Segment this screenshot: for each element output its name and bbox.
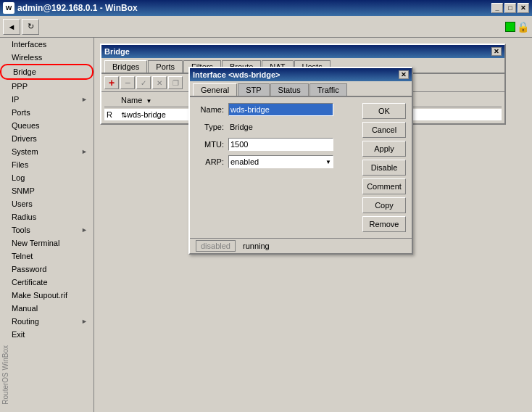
routing-arrow: ► (81, 318, 88, 325)
sidebar-item-files[interactable]: Files (0, 158, 93, 171)
copy-bridge-button[interactable]: ❐ (168, 76, 183, 89)
sidebar-item-ports[interactable]: Ports (0, 106, 93, 119)
title-bar: W admin@192.168.0.1 - WinBox _ □ ✕ (0, 0, 532, 16)
main-toolbar: ◄ ↻ 🔒 (0, 16, 532, 38)
title-bar-left: W admin@192.168.0.1 - WinBox (3, 2, 138, 14)
cross-button[interactable]: ✕ (152, 76, 167, 89)
row-flag: R (104, 110, 119, 120)
dialog-body: Name: Type: Bridge MTU: ARP (190, 97, 412, 238)
minimize-button[interactable]: _ (491, 3, 503, 13)
title-bar-buttons: _ □ ✕ (491, 3, 529, 13)
status-disabled: disabled (196, 240, 236, 252)
add-bridge-button[interactable]: + (104, 76, 119, 89)
refresh-button[interactable]: ↻ (22, 19, 39, 35)
arp-row: ARP: enabled ▼ (196, 155, 357, 168)
arp-value: enabled (230, 157, 259, 166)
sidebar-item-log[interactable]: Log (0, 171, 93, 184)
dialog-tab-general[interactable]: General (193, 83, 237, 96)
sidebar-item-drivers[interactable]: Drivers (0, 132, 93, 145)
copy-button[interactable]: Copy (362, 197, 406, 213)
check-button[interactable]: ✓ (136, 76, 151, 89)
dialog-tab-status[interactable]: Status (270, 83, 309, 96)
apply-button[interactable]: Apply (362, 141, 406, 157)
remove-bridge-button[interactable]: − (120, 76, 135, 89)
disable-button[interactable]: Disable (362, 160, 406, 176)
sidebar-label: RouterOS WinBox (1, 345, 9, 405)
type-row: Type: Bridge (196, 120, 357, 133)
sidebar-item-wireless[interactable]: Wireless (0, 51, 93, 64)
sidebar-item-make-supout[interactable]: Make Supout.rif (0, 289, 93, 302)
close-button[interactable]: ✕ (518, 3, 529, 13)
tab-ports[interactable]: Ports (148, 60, 183, 73)
mtu-row: MTU: (196, 138, 357, 151)
sidebar-item-telnet[interactable]: Telnet (0, 250, 93, 263)
comment-button[interactable]: Comment (362, 178, 406, 194)
bridge-window-close-button[interactable]: ✕ (491, 47, 502, 56)
sidebar-item-exit[interactable]: Exit (0, 328, 93, 341)
sidebar-item-certificate[interactable]: Certificate (0, 276, 93, 289)
sidebar-item-ppp[interactable]: PPP (0, 80, 93, 93)
sidebar-item-users[interactable]: Users (0, 197, 93, 210)
interface-icon: ⇅ (121, 111, 127, 119)
ok-button[interactable]: OK (362, 103, 406, 119)
sidebar-item-manual[interactable]: Manual (0, 302, 93, 315)
mtu-label: MTU: (196, 140, 228, 149)
content-area: Bridge ✕ Bridges Ports Filters Broute N (94, 38, 532, 412)
tab-bridges[interactable]: Bridges (104, 60, 147, 73)
mtu-input[interactable] (228, 138, 333, 151)
bridge-window-titlebar: Bridge ✕ (101, 45, 504, 58)
app-icon: W (3, 2, 14, 14)
dialog-tab-stp[interactable]: STP (238, 83, 269, 96)
sidebar: RouterOS WinBox Interfaces Wireless Brid… (0, 38, 94, 412)
sidebar-item-system[interactable]: System ► (0, 145, 93, 158)
system-arrow: ► (81, 148, 88, 155)
dialog-title: Interface <wds-bridge> (193, 70, 280, 79)
name-input[interactable] (228, 103, 333, 116)
sidebar-item-snmp[interactable]: SNMP (0, 184, 93, 197)
tools-arrow: ► (81, 226, 88, 234)
sidebar-item-queues[interactable]: Queues (0, 119, 93, 132)
status-running: running (238, 241, 274, 251)
sidebar-item-password[interactable]: Password (0, 263, 93, 276)
maximize-button[interactable]: □ (504, 3, 516, 13)
refresh-icon: ↻ (28, 22, 34, 31)
lock-icon: 🔒 (517, 21, 529, 33)
dialog-close-button[interactable]: ✕ (399, 70, 409, 79)
window-title: admin@192.168.0.1 - WinBox (17, 3, 138, 13)
sidebar-item-ip[interactable]: IP ► (0, 93, 93, 106)
sidebar-item-interfaces[interactable]: Interfaces (0, 38, 93, 51)
arp-select[interactable]: enabled ▼ (228, 155, 333, 168)
bridge-window-title: Bridge (104, 47, 130, 56)
back-button[interactable]: ◄ (3, 19, 20, 35)
name-label: Name: (196, 105, 228, 114)
main-layout: RouterOS WinBox Interfaces Wireless Brid… (0, 38, 532, 412)
sidebar-item-tools[interactable]: Tools ► (0, 223, 93, 236)
arp-dropdown-arrow: ▼ (325, 159, 331, 165)
type-value: Bridge (228, 120, 333, 133)
dialog-titlebar: Interface <wds-bridge> ✕ (190, 68, 412, 81)
remove-button[interactable]: Remove (362, 216, 406, 232)
dialog-buttons: OK Cancel Apply Disable Comment Copy Rem… (362, 103, 406, 232)
dialog-status-bar: disabled running (190, 238, 412, 253)
type-label: Type: (196, 123, 228, 131)
sidebar-item-routing[interactable]: Routing ► (0, 315, 93, 328)
cancel-button[interactable]: Cancel (362, 122, 406, 138)
dialog-tab-traffic[interactable]: Traffic (309, 83, 347, 96)
interface-dialog: Interface <wds-bridge> ✕ General STP Sta… (188, 67, 413, 255)
sidebar-item-bridge[interactable]: Bridge (0, 64, 93, 80)
back-icon: ◄ (8, 22, 16, 31)
sidebar-item-new-terminal[interactable]: New Terminal (0, 236, 93, 250)
arp-label: ARP: (196, 157, 228, 166)
ip-arrow: ► (81, 96, 88, 103)
name-row: Name: (196, 103, 357, 116)
dialog-form: Name: Type: Bridge MTU: ARP (196, 103, 357, 232)
connection-indicator (505, 22, 515, 32)
sidebar-item-radius[interactable]: Radius (0, 210, 93, 223)
dialog-tabs: General STP Status Traffic (190, 81, 412, 97)
sort-arrow: ▼ (146, 98, 151, 104)
